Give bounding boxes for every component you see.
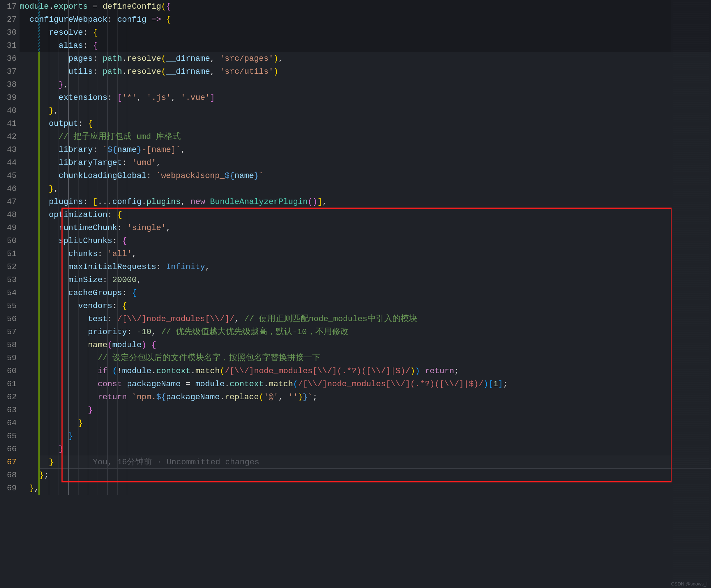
line-number: 64 bbox=[0, 417, 17, 430]
code-editor[interactable]: 1727303136373839404142434445464748495051… bbox=[0, 0, 711, 588]
line-number: 44 bbox=[0, 156, 17, 169]
line-number: 60 bbox=[0, 365, 17, 378]
line-number: 51 bbox=[0, 247, 17, 260]
line-number: 62 bbox=[0, 391, 17, 404]
watermark: CSDN @snows_l bbox=[671, 581, 707, 587]
line-number: 53 bbox=[0, 273, 17, 286]
line-number: 50 bbox=[0, 234, 17, 247]
line-number: 41 bbox=[0, 117, 17, 130]
line-number: 56 bbox=[0, 312, 17, 325]
line-number: 58 bbox=[0, 338, 17, 351]
line-number: 48 bbox=[0, 208, 17, 221]
line-number: 17 bbox=[0, 0, 17, 13]
line-number: 40 bbox=[0, 104, 17, 117]
line-number: 65 bbox=[0, 430, 17, 443]
line-number: 46 bbox=[0, 182, 17, 195]
line-number: 31 bbox=[0, 39, 17, 52]
line-number-gutter: 1727303136373839404142434445464748495051… bbox=[0, 0, 20, 588]
line-number: 63 bbox=[0, 404, 17, 417]
line-number: 61 bbox=[0, 378, 17, 391]
line-number: 52 bbox=[0, 260, 17, 273]
line-number: 43 bbox=[0, 143, 17, 156]
line-number: 47 bbox=[0, 195, 17, 208]
line-number: 57 bbox=[0, 325, 17, 338]
line-number: 45 bbox=[0, 169, 17, 182]
line-number: 68 bbox=[0, 469, 17, 482]
line-number: 39 bbox=[0, 91, 17, 104]
line-number: 55 bbox=[0, 299, 17, 312]
code-area[interactable]: module.exports = defineConfig({ configur… bbox=[20, 0, 711, 588]
line-number: 27 bbox=[0, 13, 17, 26]
code-content[interactable]: module.exports = defineConfig({ configur… bbox=[20, 0, 711, 495]
line-number: 59 bbox=[0, 351, 17, 365]
line-number: 30 bbox=[0, 26, 17, 39]
line-number: 36 bbox=[0, 52, 17, 65]
line-number: 66 bbox=[0, 443, 17, 456]
line-number: 67 bbox=[0, 456, 17, 469]
line-number: 49 bbox=[0, 221, 17, 234]
line-number: 37 bbox=[0, 65, 17, 78]
line-number: 69 bbox=[0, 482, 17, 495]
line-number: 54 bbox=[0, 286, 17, 299]
line-number: 38 bbox=[0, 78, 17, 91]
line-number: 42 bbox=[0, 130, 17, 143]
